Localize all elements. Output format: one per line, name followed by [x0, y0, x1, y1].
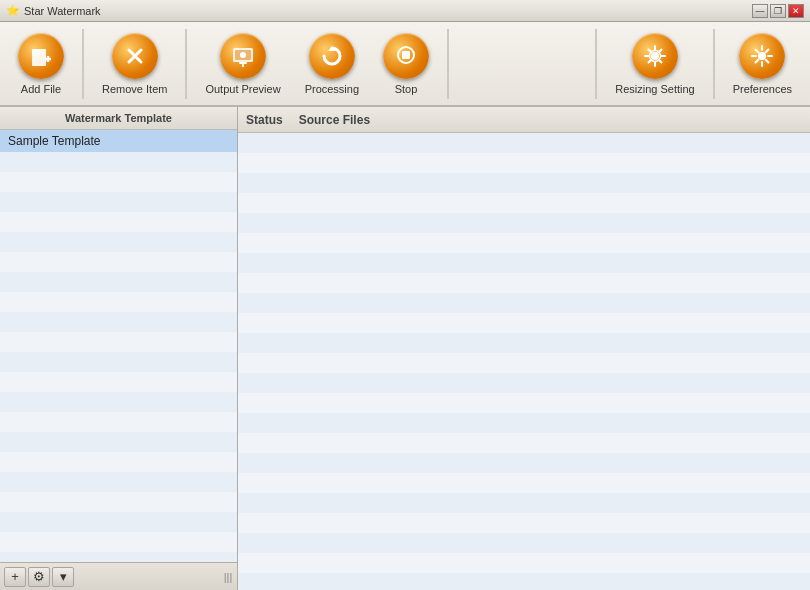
close-button[interactable]: ✕ [788, 4, 804, 18]
right-stripe-row [238, 533, 810, 553]
minimize-icon: — [756, 6, 765, 16]
left-stripe-row [0, 532, 237, 552]
remove-item-icon [112, 33, 158, 79]
add-file-button[interactable]: Add File [8, 27, 74, 101]
left-stripe-row [0, 172, 237, 192]
right-stripe-row [238, 273, 810, 293]
left-stripe-row [0, 472, 237, 492]
svg-point-8 [240, 52, 246, 58]
left-striped-area [0, 152, 237, 562]
left-stripe-row [0, 432, 237, 452]
right-stripe-row [238, 553, 810, 573]
svg-point-16 [758, 52, 766, 60]
right-stripe-row [238, 433, 810, 453]
left-stripe-row [0, 232, 237, 252]
main-area: Watermark Template Sample Template [0, 107, 810, 590]
left-stripe-row [0, 292, 237, 312]
processing-button[interactable]: Processing [295, 27, 369, 101]
right-stripe-row [238, 173, 810, 193]
separator-2 [185, 29, 187, 99]
dropdown-template-button[interactable]: ▾ [52, 567, 74, 587]
preferences-icon [739, 33, 785, 79]
left-stripe-row [0, 252, 237, 272]
right-stripe-row [238, 293, 810, 313]
right-stripe-row [238, 313, 810, 333]
output-preview-icon [220, 33, 266, 79]
svg-rect-10 [242, 64, 244, 67]
close-icon: ✕ [792, 6, 800, 16]
file-list [238, 133, 810, 590]
right-stripe-row [238, 413, 810, 433]
stop-button[interactable]: Stop [373, 27, 439, 101]
right-stripe-row [238, 193, 810, 213]
title-bar-controls: — ❐ ✕ [752, 4, 804, 18]
right-panel: Status Source Files [238, 107, 810, 590]
add-template-button[interactable]: + [4, 567, 26, 587]
left-stripe-row [0, 312, 237, 332]
right-stripe-row [238, 253, 810, 273]
add-file-label: Add File [21, 83, 61, 95]
resizing-setting-button[interactable]: Resizing Setting [605, 27, 705, 101]
svg-rect-1 [32, 49, 40, 55]
left-stripe-row [0, 492, 237, 512]
resizing-setting-icon [632, 33, 678, 79]
right-panel-columns: Status Source Files [238, 107, 810, 133]
title-bar-left: ⭐ Star Watermark [6, 4, 101, 17]
left-stripe-row [0, 412, 237, 432]
right-stripe-row [238, 133, 810, 153]
settings-template-button[interactable]: ⚙ [28, 567, 50, 587]
right-stripe-row [238, 473, 810, 493]
left-stripe-row [0, 152, 237, 172]
separator-4 [595, 29, 597, 99]
right-stripe-row [238, 513, 810, 533]
left-stripe-row [0, 212, 237, 232]
right-stripe-row [238, 333, 810, 353]
left-stripe-row [0, 192, 237, 212]
source-files-column-header: Source Files [299, 113, 370, 127]
title-bar: ⭐ Star Watermark — ❐ ✕ [0, 0, 810, 22]
right-stripe-row [238, 453, 810, 473]
app-icon: ⭐ [6, 4, 20, 17]
separator-3 [447, 29, 449, 99]
svg-point-14 [651, 52, 659, 60]
left-panel-toolbar: + ⚙ ▾ ||| [0, 562, 237, 590]
resizing-setting-label: Resizing Setting [615, 83, 695, 95]
stop-icon [383, 33, 429, 79]
preferences-label: Preferences [733, 83, 792, 95]
toolbar: Add File Remove Item Output Preview [0, 22, 810, 107]
separator-5 [713, 29, 715, 99]
left-stripe-row [0, 392, 237, 412]
right-stripe-row [238, 373, 810, 393]
panel-resize-handle[interactable]: ||| [223, 567, 233, 587]
svg-rect-9 [239, 62, 247, 64]
left-stripe-row [0, 332, 237, 352]
left-panel: Watermark Template Sample Template [0, 107, 238, 590]
processing-icon [309, 33, 355, 79]
left-stripe-row [0, 352, 237, 372]
right-stripe-row [238, 233, 810, 253]
status-column-header: Status [246, 113, 283, 127]
svg-rect-13 [402, 51, 410, 59]
remove-item-button[interactable]: Remove Item [92, 27, 177, 101]
right-stripe-row [238, 213, 810, 233]
left-stripe-row [0, 272, 237, 292]
minimize-button[interactable]: — [752, 4, 768, 18]
output-preview-label: Output Preview [205, 83, 280, 95]
preferences-button[interactable]: Preferences [723, 27, 802, 101]
remove-item-label: Remove Item [102, 83, 167, 95]
right-stripe-row [238, 353, 810, 373]
right-stripe-row [238, 393, 810, 413]
add-file-icon [18, 33, 64, 79]
template-item-sample[interactable]: Sample Template [0, 130, 237, 152]
right-stripe-row [238, 493, 810, 513]
left-stripe-row [0, 452, 237, 472]
separator-1 [82, 29, 84, 99]
app-title: Star Watermark [24, 5, 101, 17]
left-stripe-row [0, 512, 237, 532]
output-preview-button[interactable]: Output Preview [195, 27, 290, 101]
restore-button[interactable]: ❐ [770, 4, 786, 18]
right-striped-area [238, 133, 810, 590]
template-list: Sample Template [0, 130, 237, 562]
right-stripe-row [238, 153, 810, 173]
left-stripe-row [0, 552, 237, 562]
